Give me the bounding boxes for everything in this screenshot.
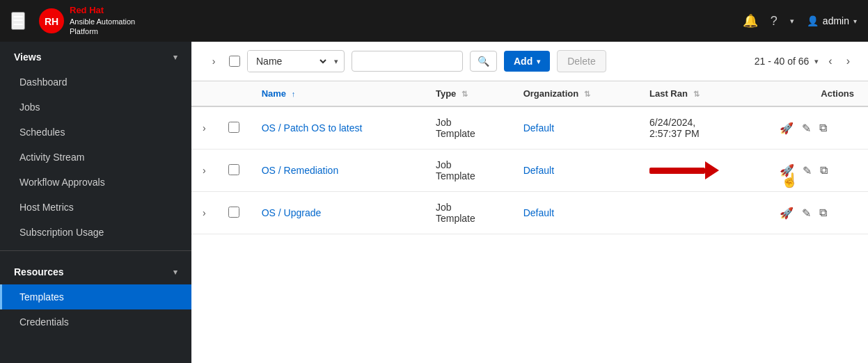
row-last-ran: [638, 192, 768, 234]
pagination-text: 21 - 40 of 66: [755, 56, 810, 67]
row-type: Job Template: [425, 106, 512, 150]
org-link[interactable]: Default: [523, 122, 554, 134]
add-caret-icon: ▾: [537, 58, 540, 65]
row-expand[interactable]: ›: [191, 150, 217, 192]
pagination-prev-button[interactable]: ‹: [824, 52, 836, 70]
row-actions: 🚀 ✎ ⧉: [768, 106, 868, 150]
edit-icon[interactable]: ✎: [803, 164, 812, 177]
sidebar-resources-caret: ▾: [173, 268, 177, 277]
row-last-ran: [638, 150, 768, 192]
help-button[interactable]: ?: [771, 14, 778, 29]
sidebar-section-views[interactable]: Views ▾: [0, 42, 191, 70]
table-row: › OS / Upgrade Job Template Default: [191, 192, 868, 234]
row-type: Job Template: [425, 192, 512, 234]
filter-select[interactable]: Name Type Organization: [248, 51, 329, 72]
add-button[interactable]: Add ▾: [504, 51, 550, 72]
sidebar-views-label: Views: [14, 51, 41, 63]
notifications-button[interactable]: 🔔: [743, 13, 758, 29]
template-name-link[interactable]: OS / Upgrade: [262, 207, 322, 218]
sidebar-item-workflow-approvals[interactable]: Workflow Approvals: [0, 170, 191, 195]
th-type[interactable]: Type ⇅: [425, 81, 512, 106]
row-organization: Default: [512, 192, 638, 234]
type-sort-icon: ⇅: [461, 90, 468, 98]
sidebar-item-dashboard[interactable]: Dashboard: [0, 70, 191, 95]
user-avatar-icon: 👤: [807, 15, 819, 26]
svg-text:RH: RH: [45, 16, 58, 27]
pagination-info: 21 - 40 of 66 ▾ ‹ ›: [755, 52, 854, 70]
add-label: Add: [514, 56, 532, 67]
org-link[interactable]: Default: [523, 207, 554, 218]
launch-icon[interactable]: 🚀: [780, 122, 794, 135]
user-caret-icon: ▾: [853, 17, 857, 25]
th-actions: Actions: [768, 81, 868, 106]
sidebar-resources-label: Resources: [14, 266, 64, 277]
th-checkbox: [217, 81, 251, 106]
row-actions: 🚀 ✎ ⧉: [768, 192, 868, 234]
row-name: OS / Patch OS to latest: [251, 106, 425, 150]
row-name: OS / Upgrade: [251, 192, 425, 234]
main-content: › Name Type Organization ▾ 🔍 Add ▾ Delet…: [191, 42, 868, 363]
user-label: admin: [823, 15, 849, 26]
arrow-annotation: [649, 161, 719, 179]
row-organization: Default: [512, 150, 638, 192]
sidebar-item-schedules[interactable]: Schedules: [0, 120, 191, 145]
top-navigation: ☰ RH Red Hat Ansible Automation Platform…: [0, 0, 868, 42]
org-sort-icon: ⇅: [584, 90, 590, 98]
sidebar-item-activity-stream[interactable]: Activity Stream: [0, 145, 191, 170]
nav-icons-group: 🔔 ? ▾ 👤 admin ▾: [743, 13, 857, 29]
row-checkbox[interactable]: [228, 122, 239, 133]
th-name[interactable]: Name ↑: [251, 81, 425, 106]
templates-table: Name ↑ Type ⇅ Organization ⇅ Last Ran: [191, 81, 868, 234]
copy-icon[interactable]: ⧉: [820, 164, 828, 177]
sidebar-item-credentials[interactable]: Credentials: [0, 309, 191, 334]
filter-select-wrapper: Name Type Organization ▾: [247, 50, 345, 72]
sidebar-item-templates[interactable]: Templates: [0, 284, 191, 309]
brand-text: Red Hat Ansible Automation Platform: [70, 5, 135, 36]
org-link[interactable]: Default: [523, 165, 554, 176]
row-checkbox[interactable]: [228, 207, 239, 218]
row-organization: Default: [512, 106, 638, 150]
th-expand: [191, 81, 217, 106]
sidebar-item-subscription-usage[interactable]: Subscription Usage: [0, 220, 191, 245]
sidebar-divider: [0, 250, 191, 251]
row-expand[interactable]: ›: [191, 192, 217, 234]
row-name: OS / Remediation: [251, 150, 425, 192]
row-last-ran: 6/24/2024,2:57:37 PM: [638, 106, 768, 150]
launch-icon[interactable]: 🚀: [780, 163, 794, 178]
user-menu[interactable]: 👤 admin ▾: [807, 15, 857, 26]
launch-icon[interactable]: 🚀: [780, 207, 794, 220]
sidebar: Views ▾ Dashboard Jobs Schedules Activit…: [0, 42, 191, 363]
copy-icon[interactable]: ⧉: [819, 207, 827, 219]
th-organization[interactable]: Organization ⇅: [512, 81, 638, 106]
sidebar-views-caret: ▾: [173, 53, 177, 62]
sidebar-item-jobs[interactable]: Jobs: [0, 95, 191, 120]
pagination-caret-icon[interactable]: ▾: [814, 57, 819, 66]
select-all-checkbox[interactable]: [229, 56, 240, 67]
edit-icon[interactable]: ✎: [802, 122, 811, 135]
template-name-link[interactable]: OS / Remediation: [262, 165, 339, 176]
sidebar-item-host-metrics[interactable]: Host Metrics: [0, 195, 191, 220]
hamburger-menu-button[interactable]: ☰: [11, 12, 25, 30]
row-expand[interactable]: ›: [191, 106, 217, 150]
row-type: Job Template: [425, 150, 512, 192]
pagination-next-button[interactable]: ›: [842, 52, 854, 70]
th-last-ran[interactable]: Last Ran ⇅: [638, 81, 768, 106]
toolbar-expand-button[interactable]: ›: [205, 53, 222, 70]
table-row: › OS / Patch OS to latest Job Template D…: [191, 106, 868, 150]
delete-button[interactable]: Delete: [557, 50, 606, 72]
redhat-logo-icon: RH: [39, 8, 64, 33]
table-row: › OS / Remediation Job Template Default: [191, 150, 868, 192]
row-checkbox[interactable]: [228, 164, 239, 175]
filter-caret-icon[interactable]: ▾: [329, 57, 344, 66]
sidebar-section-resources[interactable]: Resources ▾: [0, 257, 191, 284]
edit-icon[interactable]: ✎: [802, 207, 811, 220]
table-wrapper: Name ↑ Type ⇅ Organization ⇅ Last Ran: [191, 81, 868, 234]
toolbar: › Name Type Organization ▾ 🔍 Add ▾ Delet…: [191, 42, 868, 81]
template-name-link[interactable]: OS / Patch OS to latest: [262, 122, 363, 134]
row-actions: 🚀 ☝ ✎ ⧉: [768, 150, 868, 192]
brand-logo-area: RH Red Hat Ansible Automation Platform: [39, 5, 135, 36]
copy-icon[interactable]: ⧉: [819, 122, 827, 134]
help-caret[interactable]: ▾: [790, 17, 794, 26]
search-button[interactable]: 🔍: [470, 51, 497, 72]
search-input[interactable]: [352, 51, 463, 72]
